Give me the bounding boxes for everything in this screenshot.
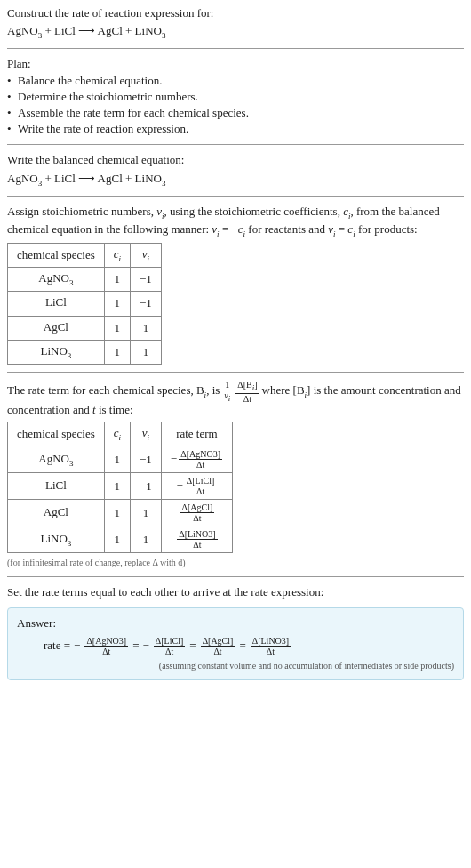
table-row: AgCl11 (8, 316, 162, 340)
table-row: LiCl1−1 (8, 292, 162, 316)
divider (7, 372, 464, 373)
divider (7, 576, 464, 577)
col-ci: ci (104, 422, 130, 446)
divider (7, 196, 464, 197)
answer-assumption: (assuming constant volume and no accumul… (17, 660, 454, 672)
fraction-1-over-nu: 1 νi (222, 380, 232, 404)
col-species: chemical species (8, 422, 105, 446)
balanced-equation: AgNO3 + LiCl ⟶ AgCl + LiNO3 (7, 171, 464, 189)
fraction-dB-dt: Δ[Bi] Δt (236, 380, 259, 404)
balanced-section: Write the balanced chemical equation: Ag… (7, 152, 464, 188)
rate-frac-licl: Δ[LiCl]Δt (154, 636, 185, 656)
plan-section: Plan: •Balance the chemical equation. •D… (7, 56, 464, 137)
table-header-row: chemical species ci νi rate term (8, 422, 233, 446)
bullet-icon: • (7, 121, 18, 137)
bullet-icon: • (7, 89, 18, 105)
assign-section: Assign stoichiometric numbers, νi, using… (7, 204, 464, 365)
prompt-line1: Construct the rate of reaction expressio… (7, 5, 464, 21)
stoichiometry-table-1: chemical species ci νi AgNO31−1 LiCl1−1 … (7, 243, 162, 365)
rate-frac: Δ[AgNO3]Δt (179, 449, 222, 470)
plan-bullet-2: •Determine the stoichiometric numbers. (7, 89, 464, 105)
col-rate-term: rate term (161, 422, 232, 446)
rate-frac-agcl: Δ[AgCl]Δt (201, 636, 236, 656)
rate-frac: Δ[LiCl]Δt (185, 476, 216, 496)
col-nui: νi (131, 244, 162, 268)
plan-bullet-1: •Balance the chemical equation. (7, 73, 464, 89)
prompt-header: Construct the rate of reaction expressio… (7, 5, 464, 41)
bullet-icon: • (7, 73, 18, 89)
table-row: AgCl 1 1 Δ[AgCl]Δt (8, 500, 233, 526)
plan-title: Plan: (7, 56, 464, 72)
table-row: LiNO311 (8, 340, 162, 364)
rate-frac: Δ[LiNO3]Δt (177, 529, 217, 550)
col-ci: ci (104, 244, 130, 268)
rate-term-tail: concentration and t is time: (7, 402, 464, 418)
table-header-row: chemical species ci νi (8, 244, 162, 268)
plan-bullet-4: •Write the rate of reaction expression. (7, 121, 464, 137)
rate-frac-lino3: Δ[LiNO3]Δt (251, 636, 291, 656)
rate-term-section: The rate term for each chemical species,… (7, 380, 464, 569)
set-equal-text: Set the rate terms equal to each other t… (7, 584, 464, 600)
bullet-icon: • (7, 105, 18, 121)
table-row: LiNO3 1 1 Δ[LiNO3]Δt (8, 526, 233, 553)
rate-expression: rate = − Δ[AgNO3]Δt = − Δ[LiCl]Δt = Δ[Ag… (44, 636, 454, 656)
rate-frac: Δ[AgCl]Δt (180, 502, 215, 523)
prompt-equation: AgNO3 + LiCl ⟶ AgCl + LiNO3 (7, 23, 464, 41)
col-nui: νi (131, 422, 162, 446)
rate-term-intro: The rate term for each chemical species,… (7, 380, 464, 404)
balanced-title: Write the balanced chemical equation: (7, 152, 464, 168)
plan-bullet-3: •Assemble the rate term for each chemica… (7, 105, 464, 121)
divider (7, 48, 464, 49)
infinitesimal-note: (for infinitesimal rate of change, repla… (7, 557, 464, 569)
col-species: chemical species (8, 244, 105, 268)
table-row: AgNO31−1 (8, 268, 162, 292)
answer-box: Answer: rate = − Δ[AgNO3]Δt = − Δ[LiCl]Δ… (7, 607, 464, 679)
rate-frac-agno3: Δ[AgNO3]Δt (84, 636, 128, 656)
table-row: LiCl 1 −1 −Δ[LiCl]Δt (8, 473, 233, 500)
answer-label: Answer: (17, 615, 454, 631)
stoichiometry-table-2: chemical species ci νi rate term AgNO3 1… (7, 422, 233, 553)
table-row: AgNO3 1 −1 −Δ[AgNO3]Δt (8, 446, 233, 473)
divider (7, 144, 464, 145)
